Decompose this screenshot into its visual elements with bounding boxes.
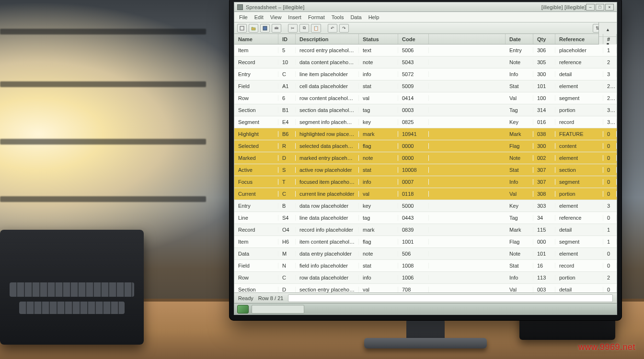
menu-tools[interactable]: Tools (332, 14, 344, 20)
cell[interactable]: Section (234, 107, 278, 113)
table-row[interactable]: SectionB1section data placeholdertag0003… (234, 104, 617, 116)
cell[interactable]: 0 (603, 179, 617, 185)
cell[interactable]: 101 (533, 83, 555, 89)
cell[interactable]: 10941 (398, 131, 429, 137)
cell[interactable]: Flag (506, 143, 533, 149)
cell[interactable]: element (555, 155, 603, 161)
cell[interactable]: S (278, 167, 296, 173)
cell[interactable]: 30 (603, 119, 617, 125)
col-header-8[interactable]: Reference (555, 34, 603, 44)
minimize-button[interactable]: – (586, 4, 595, 11)
cell[interactable]: Line (234, 215, 278, 221)
table-row[interactable]: ItemH6item content placeholderflag1001Fl… (234, 236, 617, 248)
cell[interactable]: val (359, 287, 398, 292)
cell[interactable]: info (359, 275, 398, 280)
col-header-3[interactable]: Description (296, 34, 359, 44)
cell[interactable]: 10008 (398, 167, 429, 173)
menu-data[interactable]: Data (350, 14, 361, 20)
cell[interactable]: 314 (533, 107, 555, 113)
col-header-6[interactable]: Date (506, 34, 533, 44)
cell[interactable]: selected data placeholder (296, 143, 359, 149)
menu-help[interactable]: Help (368, 14, 380, 20)
cell[interactable]: reference (555, 59, 603, 65)
cell[interactable]: Active (234, 167, 278, 173)
cell[interactable]: Key (506, 203, 533, 209)
table-row[interactable]: SegmentE4segment info placeholderkey0825… (234, 116, 617, 128)
cell[interactable]: 30 (603, 107, 617, 113)
cell[interactable]: Tag (506, 215, 533, 221)
col-header-2[interactable]: ID (278, 34, 296, 44)
cell[interactable]: 306 (533, 47, 555, 53)
cell[interactable]: record entry placeholder (296, 47, 359, 53)
cell[interactable]: cell data placeholder (296, 83, 359, 89)
cell[interactable]: Record (234, 227, 278, 233)
cell[interactable]: Info (506, 275, 533, 280)
cell[interactable]: segment (555, 239, 603, 245)
table-row[interactable]: FieldA1cell data placeholderstat5009Stat… (234, 80, 617, 92)
table-row[interactable]: MarkedDmarked entry placeholdernote0000N… (234, 152, 617, 164)
cell[interactable]: active row placeholder (296, 167, 359, 173)
cell[interactable]: 307 (533, 179, 555, 185)
cell[interactable]: section data placeholder (296, 107, 359, 113)
cell[interactable]: val (359, 191, 398, 197)
table-row[interactable]: CurrentCcurrent line placeholderval0118V… (234, 188, 617, 200)
cell[interactable]: 5009 (398, 83, 429, 89)
cell[interactable]: B6 (278, 131, 296, 137)
cell[interactable]: E4 (278, 119, 296, 125)
cell[interactable]: 100 (533, 95, 555, 101)
cell[interactable]: Segment (234, 119, 278, 125)
cell[interactable]: Entry (506, 47, 533, 53)
table-row[interactable]: SelectedRselected data placeholderflag00… (234, 140, 617, 152)
cell[interactable]: field info placeholder (296, 263, 359, 269)
col-header-5[interactable]: Code (398, 34, 429, 44)
cell[interactable]: 1006 (398, 275, 429, 280)
cell[interactable]: 0 (603, 251, 617, 257)
cell[interactable]: 0 (603, 155, 617, 161)
cell[interactable]: info (359, 71, 398, 77)
cell[interactable]: portion (555, 107, 603, 113)
table-row[interactable]: DataMdata entry placeholdernote506Note10… (234, 248, 617, 260)
cell[interactable]: detail (555, 287, 603, 292)
cell[interactable]: A1 (278, 83, 296, 89)
cell[interactable]: 303 (533, 203, 555, 209)
table-row[interactable]: Item5record entry placeholdertext5006Ent… (234, 45, 617, 56)
cell[interactable]: 113 (533, 275, 555, 280)
menu-file[interactable]: File (239, 14, 248, 20)
cell[interactable]: 0 (603, 131, 617, 137)
cell[interactable]: info (359, 179, 398, 185)
cell[interactable]: 5043 (398, 59, 429, 65)
tool-paste-icon[interactable]: 📋 (311, 24, 321, 33)
cell[interactable]: marked entry placeholder (296, 155, 359, 161)
cell[interactable]: segment (555, 95, 603, 101)
cell[interactable]: tag (359, 215, 398, 221)
cell[interactable]: C (278, 275, 296, 280)
cell[interactable]: Val (506, 287, 533, 292)
cell[interactable]: 1 (603, 47, 617, 53)
maximize-button[interactable]: □ (596, 4, 604, 11)
cell[interactable]: 3 (603, 71, 617, 77)
cell[interactable]: Mark (506, 227, 533, 233)
table-row[interactable]: ActiveSactive row placeholderstat10008St… (234, 164, 617, 176)
cell[interactable]: 0825 (398, 119, 429, 125)
table-row[interactable]: RecordO4record info placeholdermark0839M… (234, 224, 617, 236)
tool-print-icon[interactable] (272, 24, 281, 33)
cell[interactable]: detail (555, 71, 603, 77)
cell[interactable]: 5000 (398, 203, 429, 209)
menu-insert[interactable]: Insert (288, 14, 301, 20)
cell[interactable]: Stat (506, 167, 533, 173)
cell[interactable]: section entry placeholder (296, 287, 359, 292)
table-row[interactable]: EntryCline item placeholderinfo5072Info3… (234, 68, 617, 80)
cell[interactable]: highlighted row placeholder (296, 131, 359, 137)
cell[interactable]: Key (506, 119, 533, 125)
cell[interactable]: line item placeholder (296, 71, 359, 77)
cell[interactable]: 307 (533, 167, 555, 173)
cell[interactable]: 308 (533, 191, 555, 197)
cell[interactable]: Val (506, 95, 533, 101)
cell[interactable]: T (278, 179, 296, 185)
cell[interactable]: 300 (533, 143, 555, 149)
col-header-1[interactable]: Name (234, 34, 278, 44)
menu-edit[interactable]: Edit (254, 14, 264, 20)
data-grid[interactable]: Item5record entry placeholdertext5006Ent… (234, 45, 617, 292)
cell[interactable]: R (278, 143, 296, 149)
cell[interactable]: segment (555, 179, 603, 185)
